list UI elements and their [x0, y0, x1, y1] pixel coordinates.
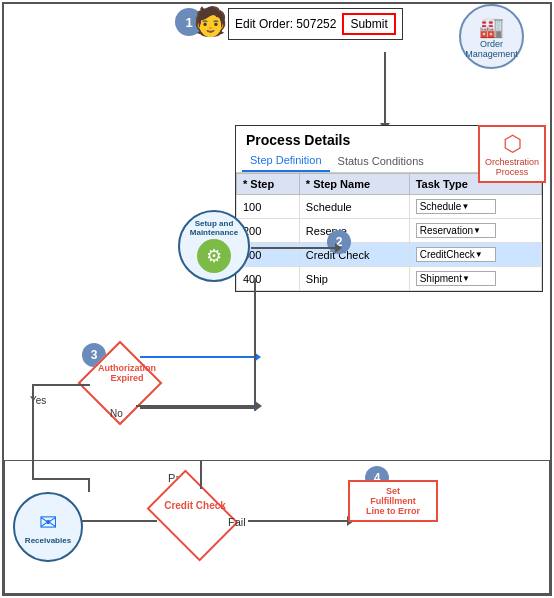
process-table: * Step * Step Name Task Type 100 Schedul…	[236, 173, 542, 291]
tab-status-conditions[interactable]: Status Conditions	[330, 151, 432, 171]
line-yes-h	[32, 384, 90, 386]
task-type: CreditCheck▼	[409, 243, 541, 267]
submit-button[interactable]: Submit	[342, 13, 395, 35]
step-num: 100	[237, 195, 300, 219]
edit-order-label: Edit Order: 507252	[235, 17, 336, 31]
task-type: Shipment▼	[409, 267, 541, 291]
task-type-select[interactable]: Shipment▼	[416, 271, 496, 286]
auth-diamond-container: AuthorizationExpired	[85, 358, 165, 428]
gear-icon: ⚙	[197, 239, 231, 273]
bottom-section: ✉ Receivables	[4, 460, 550, 594]
receivables-label: Receivables	[25, 536, 71, 545]
step-name: Reserve	[299, 219, 409, 243]
task-type-select[interactable]: CreditCheck▼	[416, 247, 496, 262]
task-type: Reservation▼	[409, 219, 541, 243]
task-type: Schedule▼	[409, 195, 541, 219]
col-step: * Step	[237, 174, 300, 195]
no-label: No	[110, 408, 123, 419]
table-row: 100 Schedule Schedule▼	[237, 195, 542, 219]
task-type-select[interactable]: Schedule▼	[416, 199, 496, 214]
auth-expired-label: AuthorizationExpired	[87, 363, 167, 383]
fail-label: Fail	[228, 516, 246, 528]
step-name: Ship	[299, 267, 409, 291]
line-fail-to-fulfillment	[248, 520, 348, 522]
orchestration-icon: ⬡	[484, 131, 540, 157]
line-h-row400	[140, 407, 255, 409]
user-icon: 🧑	[193, 5, 228, 38]
table-row: 400 Ship Shipment▼	[237, 267, 542, 291]
credit-check-bottom-label: Credit Check	[150, 500, 240, 511]
fulfillment-box: SetFulfillmentLine to Error	[348, 480, 438, 522]
edit-order-box: Edit Order: 507252 Submit	[228, 8, 403, 40]
line-recv-to-credit	[82, 520, 157, 522]
tab-step-definition[interactable]: Step Definition	[242, 150, 330, 172]
task-type-select[interactable]: Reservation▼	[416, 223, 496, 238]
col-step-name: * Step Name	[299, 174, 409, 195]
orchestration-label: OrchestrationProcess	[484, 157, 540, 177]
order-management-icon: 🏭	[479, 15, 504, 39]
receivables-circle: ✉ Receivables	[13, 492, 83, 562]
fulfillment-label: SetFulfillmentLine to Error	[366, 486, 420, 516]
setup-maintenance-circle: Setup andMaintenance ⚙	[178, 210, 250, 282]
arrow-down-main	[384, 52, 386, 124]
line-v-rows	[254, 278, 256, 408]
line-setup-to-panel	[251, 247, 336, 249]
line-yes-down-final	[88, 478, 90, 492]
table-row: 200 Reserve Reservation▼	[237, 219, 542, 243]
order-management-circle: 🏭 OrderManagement	[459, 4, 524, 69]
step-name: Schedule	[299, 195, 409, 219]
step-num: 400	[237, 267, 300, 291]
order-management-label: OrderManagement	[465, 39, 518, 59]
line-pass-v	[200, 461, 202, 489]
envelope-icon: ✉	[39, 510, 57, 536]
orchestration-process-box: ⬡ OrchestrationProcess	[478, 125, 546, 183]
